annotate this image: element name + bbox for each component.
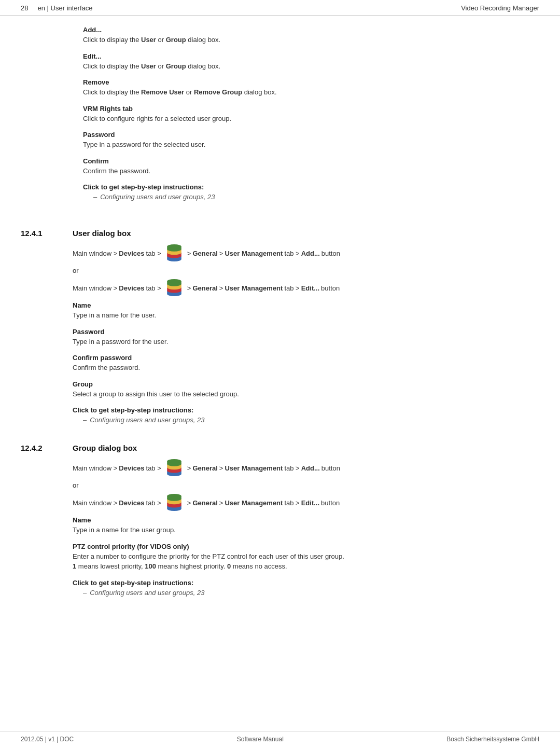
field-block: Confirm passwordConfirm the password. <box>73 354 539 373</box>
field-block: PTZ control priority (for VIDOS only)Ent… <box>73 543 539 572</box>
or-1242: or <box>73 481 539 489</box>
section-1241-number: 12.4.1 <box>21 229 73 431</box>
nav-path-text: tab > <box>284 464 299 472</box>
section-1242-navpath1: Main window > Devices tab > > General > … <box>73 459 539 477</box>
field-block: VRM Rights tabClick to configure rights … <box>83 105 539 124</box>
step-block-1242: Click to get step-by-step instructions: … <box>73 579 539 597</box>
nav-path-text: tab > <box>284 250 299 257</box>
database-icon <box>165 493 184 512</box>
nav-path-text: Devices <box>119 284 144 292</box>
nav-path-text: General <box>192 284 217 292</box>
section-1241-title: User dialog box <box>73 229 539 238</box>
header-title: Video Recording Manager <box>461 4 539 12</box>
field-block: Edit...Click to display the User or Grou… <box>83 52 539 72</box>
main-content: 12.4.1 User dialog box Main window > Dev… <box>0 213 560 647</box>
or-1241: or <box>73 267 539 274</box>
svg-point-47 <box>167 496 181 501</box>
top-fields: Add...Click to display the User or Group… <box>83 26 539 176</box>
nav-path-text: tab > <box>146 464 161 472</box>
nav-path-text: button <box>321 464 340 472</box>
nav-path-text: Devices <box>119 250 144 257</box>
section-1242-content: Group dialog box Main window > Devices t… <box>73 444 539 604</box>
field-desc: Click to display the User or Group dialo… <box>83 61 539 72</box>
field-name: Name <box>73 516 539 524</box>
nav-path-text: Add... <box>301 250 320 257</box>
step-block-1241: Click to get step-by-step instructions: … <box>73 406 539 424</box>
field-name: Confirm password <box>73 354 539 362</box>
field-block: NameType in a name for the user group. <box>73 516 539 535</box>
field-desc: Type in a password for the user. <box>73 337 539 347</box>
nav-path-text: > <box>187 464 191 472</box>
nav-path-text: User Management <box>225 499 283 507</box>
fields-1241: NameType in a name for the user.Password… <box>73 301 539 399</box>
nav-path-text: button <box>321 284 340 292</box>
page-number: 28 en | User interface <box>21 4 93 12</box>
section-1242-navpath2: Main window > Devices tab > > General > … <box>73 493 539 512</box>
footer-center: Software Manual <box>237 736 284 743</box>
nav-path-text: tab > <box>284 284 299 292</box>
field-desc: Confirm the password. <box>83 166 539 176</box>
field-desc: Type in a name for the user group. <box>73 525 539 535</box>
field-desc: Select a group to assign this user to th… <box>73 389 539 399</box>
step-instructions-1242: Click to get step-by-step instructions: <box>73 579 539 587</box>
nav-path-text: Edit... <box>301 499 319 507</box>
nav-path-text: > <box>187 250 191 257</box>
nav-path-text: User Management <box>225 464 283 472</box>
field-block: Add...Click to display the User or Group… <box>83 26 539 45</box>
field-name: Password <box>83 131 539 139</box>
field-name: Group <box>73 380 539 388</box>
field-block: GroupSelect a group to assign this user … <box>73 380 539 399</box>
database-icon <box>165 244 184 262</box>
nav-path-text: User Management <box>225 250 283 257</box>
nav-path-text: button <box>321 499 340 507</box>
page-header: 28 en | User interface Video Recording M… <box>0 0 560 16</box>
step-link-1242: Configuring users and user groups, 23 <box>73 589 539 597</box>
nav-path-text: > <box>219 284 223 292</box>
field-block: PasswordType in a password for the user. <box>73 328 539 347</box>
nav-path-text: Edit... <box>301 284 319 292</box>
section-1242-title: Group dialog box <box>73 444 539 452</box>
svg-point-23 <box>167 282 181 286</box>
fields-1242: NameType in a name for the user group.PT… <box>73 516 539 572</box>
section-1242-number: 12.4.2 <box>21 444 73 604</box>
field-name: Name <box>73 301 539 309</box>
top-content: Add...Click to display the User or Group… <box>0 16 560 213</box>
field-desc: Confirm the password. <box>73 363 539 373</box>
footer-right: Bosch Sicherheitssysteme GmbH <box>446 736 539 743</box>
nav-path-text: Main window > <box>73 464 117 472</box>
nav-path-text: > <box>219 250 223 257</box>
nav-path-text: Devices <box>119 499 144 507</box>
field-name: PTZ control priority (for VIDOS only) <box>73 543 539 550</box>
step-block-top: Click to get step-by-step instructions: … <box>83 183 539 201</box>
nav-path-text: General <box>192 250 217 257</box>
field-name: Password <box>73 328 539 336</box>
field-name: Confirm <box>83 157 539 165</box>
nav-path-text: button <box>321 250 340 257</box>
field-name: VRM Rights tab <box>83 105 539 113</box>
field-desc: Click to configure rights for a selected… <box>83 114 539 124</box>
nav-path-text: > <box>219 464 223 472</box>
field-desc: Type in a name for the user. <box>73 310 539 321</box>
nav-path-text: Main window > <box>73 284 117 292</box>
nav-path-text: tab > <box>146 499 161 507</box>
nav-path-text: Main window > <box>73 499 117 507</box>
nav-path-text: Add... <box>301 464 320 472</box>
section-1241-content: User dialog box Main window > Devices ta… <box>73 229 539 431</box>
section-1242: 12.4.2 Group dialog box Main window > De… <box>83 444 539 604</box>
field-block: PasswordType in a password for the selec… <box>83 131 539 150</box>
field-desc: Type in a password for the selected user… <box>83 140 539 150</box>
field-desc: Enter a number to configure the priority… <box>73 551 539 572</box>
page: 28 en | User interface Video Recording M… <box>0 0 560 747</box>
nav-path-text: Devices <box>119 464 144 472</box>
section-1241-navpath2: Main window > Devices tab > > General > … <box>73 279 539 297</box>
field-block: RemoveClick to display the Remove User o… <box>83 78 539 98</box>
nav-path-text: > <box>187 499 191 507</box>
nav-path-text: > <box>219 499 223 507</box>
database-icon <box>165 459 184 477</box>
step-link-1241: Configuring users and user groups, 23 <box>73 416 539 424</box>
section-1241: 12.4.1 User dialog box Main window > Dev… <box>83 229 539 431</box>
nav-path-text: General <box>192 499 217 507</box>
field-block: NameType in a name for the user. <box>73 301 539 321</box>
section-1241-navpath1: Main window > Devices tab > > General > … <box>73 244 539 262</box>
nav-path-text: Main window > <box>73 250 117 257</box>
